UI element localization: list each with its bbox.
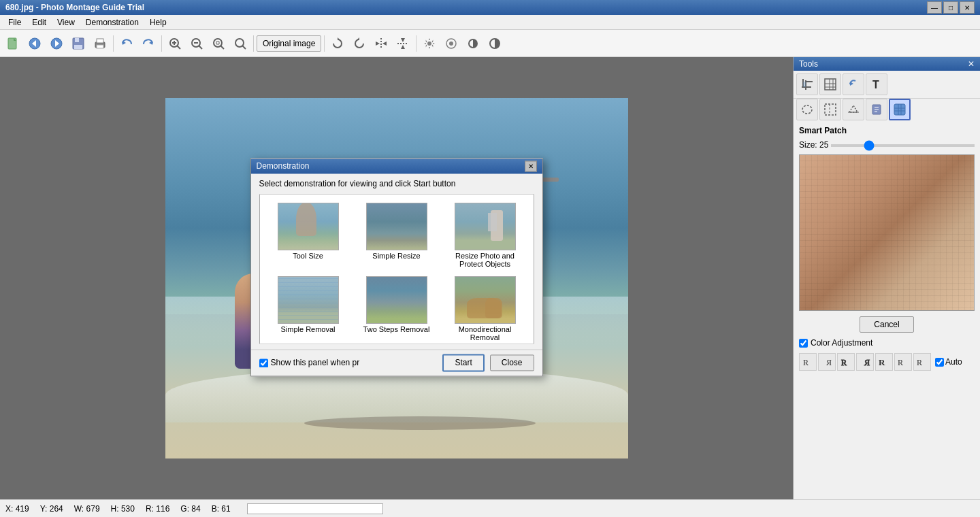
flip-v-icon[interactable] — [393, 33, 413, 54]
status-x: X: 419 — [5, 504, 29, 514]
rotate-cw-icon[interactable] — [327, 33, 348, 54]
grid-tool-icon[interactable] — [819, 73, 841, 95]
zoom-fit-icon[interactable] — [208, 33, 229, 54]
svg-marker-57 — [849, 105, 858, 112]
erase-tool-icon[interactable] — [843, 99, 864, 120]
demo-label-mono-removal: Monodirectional Removal — [445, 325, 525, 341]
flip-h-icon[interactable] — [371, 33, 391, 54]
title-bar: 680.jpg - Photo Montage Guide Trial — □ … — [0, 0, 980, 15]
crop-tool-icon[interactable] — [796, 73, 818, 95]
zoom-select-icon[interactable] — [230, 33, 250, 54]
svg-text:R: R — [879, 357, 885, 367]
stamp-bold-icon[interactable]: R — [875, 353, 893, 371]
status-g: G: 84 — [180, 504, 200, 514]
svg-marker-36 — [401, 45, 405, 49]
menu-view[interactable]: View — [52, 16, 80, 29]
demo-title: Demonstration — [257, 161, 310, 171]
status-g-value: 84 — [191, 504, 200, 514]
smart-patch-label: Smart Patch — [794, 123, 980, 138]
demo-thumb-simple-resize — [366, 203, 427, 250]
svg-rect-8 — [74, 45, 82, 49]
progress-bar — [247, 503, 383, 514]
demo-grid-container[interactable]: Tool Size Simple Resize — [259, 194, 534, 344]
stamp-script2-icon[interactable]: R — [913, 353, 931, 371]
demo-label-simple-removal: Simple Removal — [280, 325, 335, 333]
demo-item-resize-protect[interactable]: Resize Photo and Protect Objects — [442, 200, 528, 271]
demo-label-two-steps: Two Steps Removal — [363, 325, 430, 333]
svg-line-22 — [220, 46, 224, 49]
demo-item-mono-removal[interactable]: Monodirectional Removal — [442, 273, 528, 344]
save-icon[interactable] — [68, 33, 88, 54]
demo-item-two-steps[interactable]: Two Steps Removal — [354, 273, 440, 344]
demo-thumb-resize-protect — [455, 203, 516, 250]
stamp-outline-mirror-icon[interactable]: R — [856, 353, 874, 371]
svg-marker-32 — [376, 41, 380, 46]
settings1-icon[interactable] — [419, 33, 440, 54]
svg-rect-7 — [75, 38, 79, 42]
settings2-icon[interactable] — [441, 33, 461, 54]
original-image-button[interactable]: Original image — [257, 35, 321, 52]
magic-wand-icon[interactable] — [819, 99, 841, 120]
tools-icons-row2 — [794, 99, 980, 123]
svg-text:R: R — [841, 358, 847, 367]
brightness-icon[interactable] — [463, 33, 483, 54]
auto-checkbox[interactable] — [935, 358, 944, 367]
stamp-mirror-h-icon[interactable]: R — [818, 353, 836, 371]
menu-demonstration[interactable]: Demonstration — [80, 16, 144, 29]
minimize-button[interactable]: — — [927, 1, 942, 14]
book-tool-icon[interactable] — [866, 99, 887, 120]
demo-item-tool-size[interactable]: Tool Size — [265, 200, 351, 271]
stamp-normal-icon[interactable]: R — [799, 353, 817, 371]
demo-thumb-simple-removal — [278, 276, 339, 324]
size-slider-container — [831, 139, 975, 150]
size-label: Size: 25 — [799, 140, 828, 150]
stamp-script-icon[interactable]: R — [894, 353, 912, 371]
svg-marker-52 — [850, 82, 853, 86]
maximize-button[interactable]: □ — [943, 1, 958, 14]
start-button[interactable]: Start — [442, 354, 484, 371]
color-adjustment-checkbox[interactable] — [799, 339, 808, 348]
menu-bar: File Edit View Demonstration Help — [0, 15, 980, 30]
stamp-outline-icon[interactable]: R — [837, 353, 855, 371]
svg-rect-10 — [97, 39, 103, 43]
redo-icon[interactable] — [138, 33, 159, 54]
undo-icon[interactable] — [116, 33, 137, 54]
close-button[interactable]: Close — [490, 354, 534, 371]
demo-item-simple-resize[interactable]: Simple Resize — [354, 200, 440, 271]
svg-text:R: R — [898, 358, 903, 367]
menu-help[interactable]: Help — [144, 16, 172, 29]
tools-panel-header: Tools ✕ — [794, 57, 980, 71]
tools-panel-close-button[interactable]: ✕ — [968, 59, 975, 69]
menu-file[interactable]: File — [3, 16, 27, 29]
demo-item-simple-removal[interactable]: Simple Removal — [265, 273, 351, 344]
toolbar: Original image — [0, 30, 980, 57]
zoom-out-icon[interactable] — [186, 33, 207, 54]
show-panel-row: Show this panel when pr — [259, 358, 360, 367]
contrast-icon[interactable] — [485, 33, 505, 54]
svg-point-38 — [449, 41, 453, 46]
smart-patch-tool-icon[interactable] — [889, 99, 911, 120]
new-icon[interactable] — [3, 33, 23, 54]
demo-content: Select demonstration for viewing and cli… — [251, 173, 542, 349]
text-tool-icon[interactable]: T — [866, 73, 887, 95]
cancel-button[interactable]: Cancel — [860, 316, 913, 333]
lasso-tool-icon[interactable] — [796, 99, 818, 120]
demo-thumb-mono-removal — [455, 276, 516, 324]
demonstration-modal: Demonstration ✕ Select demonstration for… — [250, 158, 543, 376]
show-panel-checkbox[interactable] — [259, 358, 268, 367]
menu-edit[interactable]: Edit — [27, 16, 52, 29]
separator-3 — [253, 35, 254, 52]
zoom-in-icon[interactable] — [165, 33, 185, 54]
close-button[interactable]: ✕ — [960, 1, 975, 14]
svg-rect-46 — [803, 82, 806, 87]
demo-close-button[interactable]: ✕ — [525, 161, 537, 171]
demo-footer: Show this panel when pr Start Close — [251, 349, 542, 376]
rotate-ccw-icon[interactable] — [349, 33, 370, 54]
svg-point-37 — [427, 41, 431, 46]
undo-tool-icon[interactable] — [843, 73, 864, 95]
forward-icon[interactable] — [46, 33, 67, 54]
print-icon[interactable] — [90, 33, 110, 54]
svg-line-28 — [242, 46, 246, 49]
back-icon[interactable] — [24, 33, 45, 54]
size-slider[interactable] — [831, 144, 975, 147]
